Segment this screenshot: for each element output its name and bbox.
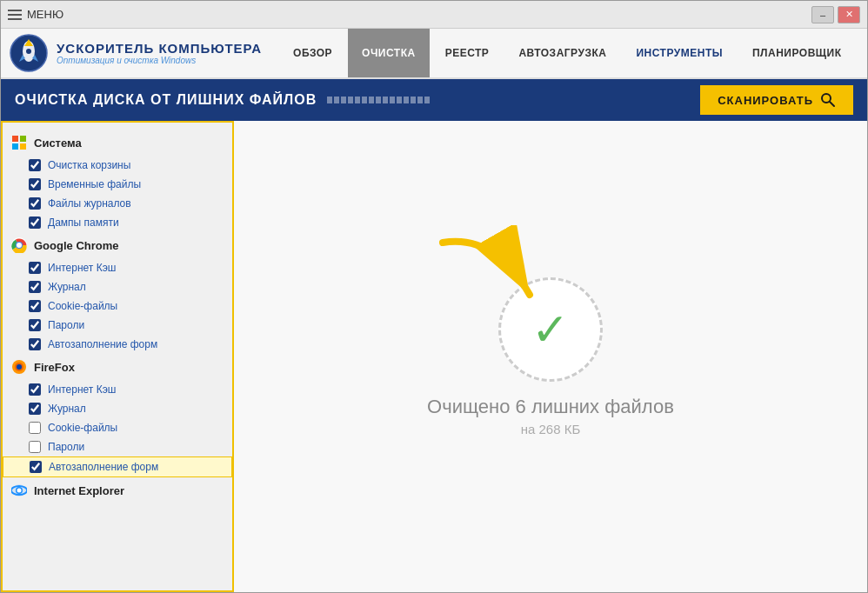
nav-bar: УСКОРИТЕЛЬ КОМПЬЮТЕРА Оптимизация и очис… <box>1 29 867 79</box>
list-item[interactable]: Журнал <box>3 399 232 418</box>
header-bar: ОЧИСТКА ДИСКА ОТ ЛИШНИХ ФАЙЛОВ СКАНИРОВА… <box>1 79 867 121</box>
list-item[interactable]: Очистка корзины <box>3 156 232 175</box>
svg-rect-9 <box>20 136 26 142</box>
result-sub-text: на 268 КБ <box>427 422 674 436</box>
list-item[interactable]: Пароли <box>3 316 232 335</box>
title-bar: МЕНЮ – ✕ <box>1 1 867 29</box>
windows-icon <box>11 135 27 150</box>
checkbox-chrome-passwords[interactable] <box>29 319 41 331</box>
section-header-firefox[interactable]: FireFox <box>3 354 232 380</box>
list-item[interactable]: Автозаполнение форм <box>3 456 232 477</box>
item-label-temp: Временные файлы <box>48 178 141 190</box>
header-decoration <box>327 97 430 103</box>
header-title-area: ОЧИСТКА ДИСКА ОТ ЛИШНИХ ФАЙЛОВ <box>15 92 430 108</box>
page-title: ОЧИСТКА ДИСКА ОТ ЛИШНИХ ФАЙЛОВ <box>15 92 317 108</box>
list-item[interactable]: Дампы памяти <box>3 213 232 232</box>
item-label-chrome-passwords: Пароли <box>48 319 84 331</box>
svg-point-21 <box>17 489 22 493</box>
checkbox-ff-cookies[interactable] <box>29 422 41 434</box>
checkbox-ff-passwords[interactable] <box>29 441 41 453</box>
checkbox-chrome-cache[interactable] <box>29 262 41 274</box>
item-label-logs: Файлы журналов <box>48 197 131 210</box>
checkbox-dumps[interactable] <box>29 217 41 229</box>
svg-rect-10 <box>12 143 18 150</box>
sidebar[interactable]: Система Очистка корзины Временные файлы … <box>1 121 234 592</box>
svg-rect-11 <box>20 143 26 150</box>
checkbox-temp[interactable] <box>29 178 41 190</box>
item-label-ff-log: Журнал <box>48 403 86 415</box>
logo-area: УСКОРИТЕЛЬ КОМПЬЮТЕРА Оптимизация и очис… <box>10 34 262 72</box>
chrome-icon <box>11 237 27 253</box>
main-window: МЕНЮ – ✕ УСКОРИТЕЛЬ КОМПЬЮТЕРА Оптимизац… <box>0 0 868 593</box>
svg-line-7 <box>830 102 834 106</box>
tab-clean[interactable]: ОЧИСТКА <box>348 29 430 77</box>
search-icon <box>820 92 836 108</box>
section-label-firefox: FireFox <box>34 361 75 374</box>
logo-text: УСКОРИТЕЛЬ КОМПЬЮТЕРА Оптимизация и очис… <box>57 41 262 65</box>
list-item[interactable]: Cookie-файлы <box>3 296 232 316</box>
checkbox-logs[interactable] <box>29 197 41 210</box>
logo-rocket-icon <box>10 34 48 72</box>
item-label-ff-autofill: Автозаполнение форм <box>49 461 158 473</box>
result-text: Очищено 6 лишних файлов на 268 КБ <box>427 396 674 436</box>
main-content: Система Очистка корзины Временные файлы … <box>1 121 867 592</box>
checkmark-icon: ✓ <box>531 303 570 356</box>
section-label-system: Система <box>34 137 82 150</box>
tab-registry[interactable]: РЕЕСТР <box>431 29 504 77</box>
minimize-button[interactable]: – <box>811 6 834 23</box>
list-item[interactable]: Журнал <box>3 277 232 296</box>
list-item[interactable]: Файлы журналов <box>3 194 232 213</box>
checkbox-chrome-cookies[interactable] <box>29 300 41 312</box>
checkbox-ff-log[interactable] <box>29 403 41 415</box>
close-button[interactable]: ✕ <box>838 6 860 23</box>
item-label-ff-cookies: Cookie-файлы <box>48 422 117 434</box>
list-item[interactable]: Временные файлы <box>3 175 232 194</box>
checkbox-ff-cache[interactable] <box>29 383 41 396</box>
section-header-ie[interactable]: Internet Explorer <box>3 477 232 503</box>
result-circle: ✓ <box>498 277 603 382</box>
svg-point-14 <box>17 243 22 248</box>
ie-icon <box>11 483 27 498</box>
item-label-chrome-cookies: Cookie-файлы <box>48 300 117 312</box>
tab-autostart[interactable]: АВТОЗАГРУЗКА <box>504 29 620 77</box>
tab-scheduler[interactable]: ПЛАНИРОВЩИК <box>738 29 856 77</box>
item-label-ff-passwords: Пароли <box>48 441 84 453</box>
nav-tabs: ОБЗОР ОЧИСТКА РЕЕСТР АВТОЗАГРУЗКА ИНСТРУ… <box>279 29 855 77</box>
tab-overview[interactable]: ОБЗОР <box>279 29 346 77</box>
section-label-chrome: Google Chrome <box>34 239 119 252</box>
checkbox-chrome-autofill[interactable] <box>29 338 41 350</box>
hamburger-icon[interactable] <box>8 10 22 20</box>
item-label-dumps: Дампы памяти <box>48 217 119 229</box>
list-item[interactable]: Интернет Кэш <box>3 380 232 399</box>
section-label-ie: Internet Explorer <box>34 484 124 497</box>
tab-tools[interactable]: ИНСТРУМЕНТЫ <box>622 29 737 77</box>
item-label-chrome-log: Журнал <box>48 281 86 293</box>
item-label-ff-cache: Интернет Кэш <box>48 383 116 396</box>
logo-subtitle: Оптимизация и очистка Windows <box>57 56 262 65</box>
logo-title: УСКОРИТЕЛЬ КОМПЬЮТЕРА <box>57 41 262 56</box>
section-header-chrome[interactable]: Google Chrome <box>3 232 232 258</box>
checkbox-ff-autofill[interactable] <box>30 461 42 473</box>
result-main-text: Очищено 6 лишних файлов <box>427 396 674 418</box>
section-header-system[interactable]: Система <box>3 130 232 156</box>
svg-point-5 <box>26 49 31 54</box>
title-bar-left: МЕНЮ <box>8 8 63 21</box>
scan-button[interactable]: СКАНИРОВАТЬ <box>700 85 853 115</box>
title-bar-controls: – ✕ <box>811 6 860 23</box>
list-item[interactable]: Интернет Кэш <box>3 258 232 277</box>
right-panel: ✓ Очищено 6 лишних файлов на 268 КБ <box>234 121 867 592</box>
svg-rect-8 <box>12 136 18 142</box>
firefox-icon <box>11 359 27 375</box>
item-label-recycle: Очистка корзины <box>48 159 130 171</box>
checkbox-recycle[interactable] <box>29 159 41 171</box>
checkbox-chrome-log[interactable] <box>29 281 41 293</box>
list-item[interactable]: Cookie-файлы <box>3 418 232 437</box>
item-label-chrome-cache: Интернет Кэш <box>48 262 116 274</box>
item-label-chrome-autofill: Автозаполнение форм <box>48 338 157 350</box>
svg-point-17 <box>17 364 22 370</box>
list-item[interactable]: Пароли <box>3 437 232 456</box>
window-title: МЕНЮ <box>27 8 63 21</box>
list-item[interactable]: Автозаполнение форм <box>3 335 232 354</box>
